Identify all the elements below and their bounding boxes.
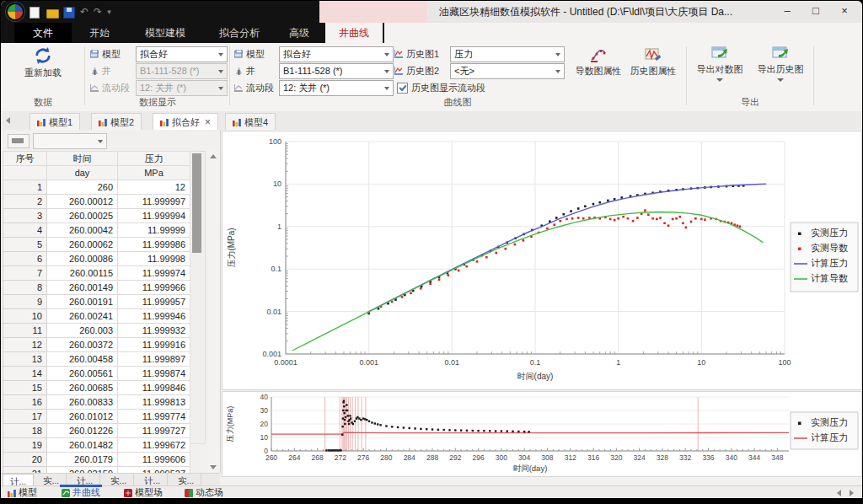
- row-index-cell[interactable]: 2: [3, 195, 47, 209]
- col-header-time[interactable]: 时间: [47, 152, 118, 166]
- close-button[interactable]: ×: [832, 1, 857, 23]
- pressure-cell[interactable]: 11.999874: [118, 367, 190, 381]
- display-model-combo[interactable]: 拟合好: [136, 46, 228, 62]
- scroll-down-icon[interactable]: [210, 465, 217, 469]
- curve-well-combo[interactable]: B1-111-528 (*): [279, 63, 394, 79]
- status-item-model[interactable]: 模型: [8, 486, 37, 498]
- time-cell[interactable]: 260: [47, 180, 118, 195]
- row-index-cell[interactable]: 15: [3, 381, 47, 395]
- col-header-pressure[interactable]: 压力: [118, 152, 190, 166]
- row-index-cell[interactable]: 1: [3, 180, 47, 195]
- time-cell[interactable]: 260.01482: [47, 438, 118, 453]
- redo-icon[interactable]: ↷: [94, 3, 102, 20]
- pressure-cell[interactable]: 11.999994: [118, 209, 190, 223]
- time-cell[interactable]: 260.00561: [47, 367, 118, 381]
- pressure-cell[interactable]: 11.99999: [118, 223, 190, 238]
- history-plot-properties-button[interactable]: 历史图属性: [626, 46, 680, 78]
- table-row[interactable]: 16260.0083311.999813: [3, 395, 190, 410]
- time-cell[interactable]: 260.01012: [47, 410, 118, 424]
- curve-segment-combo[interactable]: 12: 关井 (*): [279, 80, 394, 96]
- time-cell[interactable]: 260.00833: [47, 395, 118, 410]
- history-show-segments-checkbox[interactable]: 历史图显示流动段: [397, 80, 485, 95]
- table-row[interactable]: 14260.0056111.999874: [3, 367, 190, 381]
- pressure-cell[interactable]: 11.999986: [118, 238, 190, 252]
- tab-start[interactable]: 开始: [75, 23, 124, 43]
- row-index-cell[interactable]: 19: [3, 438, 47, 453]
- tab-file[interactable]: 文件: [14, 23, 72, 43]
- pressure-cell[interactable]: 11.999897: [118, 352, 190, 367]
- pressure-cell[interactable]: 11.99998: [118, 252, 190, 266]
- time-cell[interactable]: 260.00086: [47, 252, 118, 266]
- time-cell[interactable]: 260.00685: [47, 381, 118, 395]
- app-logo-icon[interactable]: [6, 3, 24, 21]
- table-row[interactable]: 10260.0024111.999946: [3, 309, 190, 324]
- table-scrollbar[interactable]: [190, 151, 206, 444]
- row-index-cell[interactable]: 18: [3, 424, 47, 438]
- table-row[interactable]: 17260.0101211.999774: [3, 410, 190, 424]
- table-row[interactable]: 11260.00311.999932: [3, 324, 190, 338]
- pressure-cell[interactable]: 11.999774: [118, 410, 190, 424]
- tab-advanced[interactable]: 高级: [276, 23, 323, 43]
- export-history-button[interactable]: 导出历史图: [753, 46, 808, 82]
- scroll-up-icon[interactable]: [210, 154, 217, 158]
- row-index-cell[interactable]: 6: [3, 252, 47, 266]
- row-index-cell[interactable]: 16: [3, 395, 47, 410]
- time-cell[interactable]: 260.00458: [47, 352, 118, 367]
- pressure-cell[interactable]: 11.999932: [118, 324, 190, 338]
- row-index-cell[interactable]: 3: [3, 209, 47, 223]
- pressure-cell[interactable]: 11.999727: [118, 424, 190, 438]
- doc-tab-model1[interactable]: 模型1: [29, 113, 80, 131]
- table-row[interactable]: 19260.0148211.999672: [3, 438, 190, 453]
- table-row[interactable]: 5260.0006211.999986: [3, 238, 190, 252]
- doc-tab-model4[interactable]: 模型4: [225, 113, 276, 131]
- status-scroll-left-icon[interactable]: [837, 490, 841, 496]
- time-cell[interactable]: 260.00241: [47, 309, 118, 324]
- pressure-cell[interactable]: 11.999846: [118, 381, 190, 395]
- time-cell[interactable]: 260.00012: [47, 195, 118, 209]
- time-cell[interactable]: 260.01226: [47, 424, 118, 438]
- curve-model-combo[interactable]: 拟合好: [279, 46, 394, 62]
- save-icon[interactable]: [63, 7, 75, 19]
- pressure-cell[interactable]: 11.999813: [118, 395, 190, 410]
- table-row[interactable]: 12260.0037211.999916: [3, 338, 190, 352]
- row-index-cell[interactable]: 11: [3, 324, 47, 338]
- doc-tab-model2[interactable]: 模型2: [91, 113, 142, 131]
- status-item-model-field[interactable]: 模型场: [124, 486, 163, 498]
- col-header-index[interactable]: 序号: [3, 152, 47, 166]
- history2-combo[interactable]: <无>: [450, 63, 565, 79]
- row-index-cell[interactable]: 9: [3, 295, 47, 309]
- row-index-cell[interactable]: 12: [3, 338, 47, 352]
- table-row[interactable]: 4260.0004211.99999: [3, 223, 190, 238]
- row-index-cell[interactable]: 7: [3, 266, 47, 281]
- tab-well-curves[interactable]: 井曲线: [325, 23, 383, 43]
- time-cell[interactable]: 260.00372: [47, 338, 118, 352]
- panel-scrollbar[interactable]: [207, 151, 219, 473]
- row-index-cell[interactable]: 13: [3, 352, 47, 367]
- table-tool-button[interactable]: [8, 134, 29, 148]
- pressure-cell[interactable]: 11.999957: [118, 295, 190, 309]
- table-row[interactable]: 15260.0068511.999846: [3, 381, 190, 395]
- row-index-cell[interactable]: 10: [3, 309, 47, 324]
- time-cell[interactable]: 260.00149: [47, 281, 118, 295]
- doc-tab-scroll-left-icon[interactable]: [6, 117, 10, 124]
- row-index-cell[interactable]: 14: [3, 367, 47, 381]
- table-filter-combo[interactable]: [33, 133, 107, 149]
- row-index-cell[interactable]: 17: [3, 410, 47, 424]
- reload-button[interactable]: 重新加载: [11, 46, 75, 79]
- derivative-plot-properties-button[interactable]: 导数图属性: [572, 46, 624, 78]
- doc-tab-fitted[interactable]: 拟合好 ×: [153, 113, 218, 131]
- pressure-cell[interactable]: 11.999997: [118, 195, 190, 209]
- table-row[interactable]: 7260.0011511.999974: [3, 266, 190, 281]
- close-tab-icon[interactable]: ×: [205, 116, 211, 128]
- undo-icon[interactable]: ↶: [80, 3, 88, 20]
- tab-fitting-analysis[interactable]: 拟合分析: [206, 23, 273, 43]
- history1-combo[interactable]: 压力: [450, 46, 565, 62]
- row-index-cell[interactable]: 20: [3, 453, 47, 467]
- time-cell[interactable]: 260.00042: [47, 223, 118, 238]
- time-cell[interactable]: 260.00062: [47, 238, 118, 252]
- table-row[interactable]: 20260.017911.999606: [3, 453, 190, 467]
- pressure-cell[interactable]: 11.999606: [118, 453, 190, 467]
- pressure-cell[interactable]: 11.999966: [118, 281, 190, 295]
- time-cell[interactable]: 260.00115: [47, 266, 118, 281]
- minimize-button[interactable]: –: [775, 1, 800, 23]
